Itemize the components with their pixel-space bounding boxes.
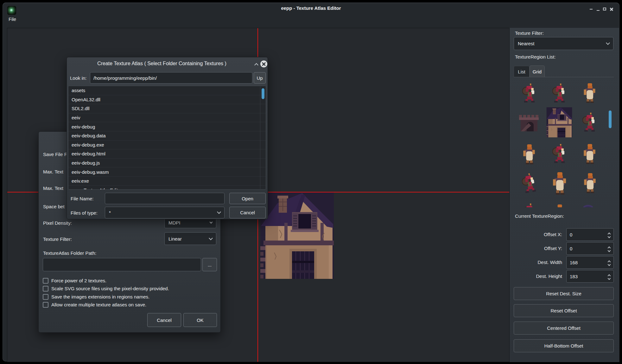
sprite-thumbnail-blacksmith-standing[interactable] bbox=[582, 83, 596, 103]
sprite-thumbnail-porter-standing[interactable] bbox=[552, 144, 566, 164]
reset-offset-button[interactable]: Reset Offset bbox=[514, 304, 614, 317]
stepper-arrows-icon[interactable] bbox=[608, 232, 610, 238]
files-of-type-label: Files of type: bbox=[71, 210, 98, 216]
window-title: eepp - Texture Atlas Editor bbox=[3, 5, 619, 11]
offset-y-label: Offset Y: bbox=[510, 246, 562, 251]
texture-filter-select[interactable]: Nearest bbox=[514, 37, 613, 50]
file-list-item[interactable]: eeiv-debug bbox=[68, 122, 266, 131]
file-name-label: File Name: bbox=[71, 196, 94, 201]
dest-width-label: Dest. Width bbox=[510, 260, 562, 265]
maximize-icon[interactable] bbox=[602, 7, 607, 11]
texture-region-grid[interactable] bbox=[514, 77, 614, 207]
offset-x-label: Offset X: bbox=[510, 232, 562, 237]
texture-filter-value: Nearest bbox=[518, 41, 535, 46]
max-texture-width-label: Max. Text bbox=[43, 169, 63, 174]
title-bar[interactable]: eepp - Texture Atlas Editor bbox=[3, 3, 619, 14]
file-list[interactable]: assets OpenAL32.dll SDL2.dll eeiv eeiv-d… bbox=[68, 86, 266, 190]
max-texture-height-label: Max. Text bbox=[43, 185, 63, 191]
sprite-thumbnail-porter-walking[interactable] bbox=[582, 113, 596, 132]
stepper-arrows-icon[interactable] bbox=[608, 260, 610, 266]
file-list-item[interactable]: eepp-TextureAtlasEditor bbox=[68, 186, 266, 190]
file-list-scrollbar[interactable] bbox=[260, 86, 265, 189]
file-list-item[interactable]: eeiv-debug.html bbox=[68, 149, 266, 159]
current-region-label: Current TextureRegion: bbox=[515, 213, 564, 219]
shade-icon[interactable] bbox=[589, 7, 593, 11]
menu-bar: File bbox=[9, 16, 16, 22]
force-pow2-checkbox[interactable] bbox=[43, 278, 48, 284]
sprite-thumbnail-porter-walking[interactable] bbox=[552, 84, 566, 103]
texture-filter-select[interactable]: Linear bbox=[164, 232, 216, 245]
menu-file[interactable]: File bbox=[9, 16, 16, 22]
grid-scrollbar-thumb[interactable] bbox=[609, 110, 612, 128]
close-icon[interactable] bbox=[609, 7, 614, 11]
path-input[interactable]: /home/programming/eepp/bin/ bbox=[90, 72, 252, 84]
ok-button[interactable]: OK bbox=[183, 313, 217, 327]
multiple-atlases-checkbox[interactable] bbox=[43, 302, 48, 308]
save-extensions-label: Save the images extensions in regions na… bbox=[51, 294, 149, 299]
look-in-label: Look in: bbox=[70, 75, 87, 81]
centered-offset-button[interactable]: Centered Offset bbox=[514, 322, 614, 335]
sprite-thumbnail-blacksmith-standing[interactable] bbox=[582, 144, 597, 164]
sprite-thumbnail-porter-walking[interactable] bbox=[522, 84, 536, 103]
dest-height-label: Dest. Height bbox=[510, 273, 562, 279]
sprite-thumbnail-blacksmith-partial[interactable] bbox=[552, 204, 566, 207]
region-list-label: TextureRegion List: bbox=[515, 54, 555, 60]
sprite-thumbnail-stone-gate[interactable] bbox=[519, 113, 539, 131]
file-list-item[interactable]: eeiv-debug.exe bbox=[68, 141, 266, 150]
file-list-item[interactable]: OpenAL32.dll bbox=[68, 95, 266, 104]
file-list-item[interactable]: eeiv.exe bbox=[68, 177, 266, 186]
dest-height-stepper[interactable]: 183 bbox=[566, 270, 614, 283]
pixel-density-label: Pixel Density: bbox=[43, 220, 72, 226]
offset-y-stepper[interactable]: 0 bbox=[566, 242, 614, 255]
save-extensions-checkbox[interactable] bbox=[43, 294, 48, 300]
force-pow2-label: Force power of 2 textures. bbox=[51, 278, 106, 283]
reset-dest-size-button[interactable]: Reset Dest. Size bbox=[514, 287, 614, 300]
tab-grid[interactable]: Grid bbox=[530, 66, 545, 77]
sprite-thumbnail-blacksmith-walking[interactable] bbox=[582, 173, 597, 193]
stepper-arrows-icon[interactable] bbox=[608, 273, 610, 279]
file-list-item[interactable]: eeiv-debug.wasm bbox=[68, 167, 266, 177]
file-list-item[interactable]: eeiv bbox=[68, 113, 266, 122]
chevron-down-icon bbox=[606, 41, 610, 45]
up-button[interactable]: Up bbox=[254, 72, 266, 84]
chevron-down-icon bbox=[210, 220, 213, 223]
browse-folder-button[interactable]: ... bbox=[202, 258, 217, 271]
cancel-button[interactable]: Cancel bbox=[229, 207, 266, 218]
file-list-item[interactable]: eeiv-debug.data bbox=[68, 131, 266, 141]
offset-x-stepper[interactable]: 0 bbox=[566, 228, 614, 241]
sprite-thumbnail-porter-partial[interactable] bbox=[522, 204, 536, 207]
file-name-input[interactable] bbox=[105, 193, 225, 204]
stepper-arrows-icon[interactable] bbox=[608, 246, 610, 252]
scale-svg-checkbox[interactable] bbox=[43, 286, 48, 292]
texture-filter-label: Texture Filter: bbox=[515, 30, 544, 36]
sprite-thumbnail-house-selected[interactable] bbox=[544, 107, 574, 137]
multiple-atlases-label: Allow create multiple texture atlases on… bbox=[51, 302, 146, 307]
application-root: eepp - Texture Atlas Editor File Texture… bbox=[0, 0, 622, 364]
cancel-button[interactable]: Cancel bbox=[147, 313, 181, 327]
chevron-down-icon bbox=[217, 210, 221, 214]
close-circle-icon[interactable] bbox=[260, 60, 267, 67]
file-list-item[interactable]: eeiv-debug.js bbox=[68, 159, 266, 168]
file-list-scrollbar-thumb[interactable] bbox=[262, 88, 264, 99]
dialog-title: Create Texture Atlas ( Select Folder Con… bbox=[67, 61, 257, 66]
sprite-thumbnail-blacksmith-large[interactable] bbox=[551, 172, 568, 195]
right-sidebar: Texture Filter: Nearest TextureRegion Li… bbox=[510, 28, 619, 362]
save-file-format-label: Save File F bbox=[43, 152, 67, 157]
create-texture-atlas-file-dialog: Create Texture Atlas ( Select Folder Con… bbox=[67, 57, 268, 219]
space-between-label: Space bet bbox=[43, 204, 65, 209]
open-button[interactable]: Open bbox=[229, 193, 266, 204]
house-sprite-image[interactable] bbox=[260, 192, 334, 279]
dest-width-stepper[interactable]: 168 bbox=[566, 256, 614, 269]
texture-filter-label: Texture Filter: bbox=[43, 236, 72, 242]
file-list-item[interactable]: assets bbox=[68, 86, 266, 95]
sprite-thumbnail-blacksmith-standing[interactable] bbox=[522, 144, 536, 165]
minimize-icon[interactable] bbox=[596, 7, 600, 11]
folder-path-label: TextureAtlas Folder Path: bbox=[43, 250, 96, 256]
file-type-select[interactable]: * bbox=[105, 207, 225, 218]
tab-list[interactable]: List bbox=[514, 66, 530, 77]
sprite-thumbnail-purple-item-partial[interactable] bbox=[582, 204, 594, 207]
file-list-item[interactable]: SDL2.dll bbox=[68, 104, 266, 113]
folder-path-input[interactable] bbox=[43, 258, 201, 271]
half-bottom-offset-button[interactable]: Half-Bottom Offset bbox=[514, 339, 614, 352]
sprite-thumbnail-porter-leaning[interactable] bbox=[521, 173, 537, 194]
